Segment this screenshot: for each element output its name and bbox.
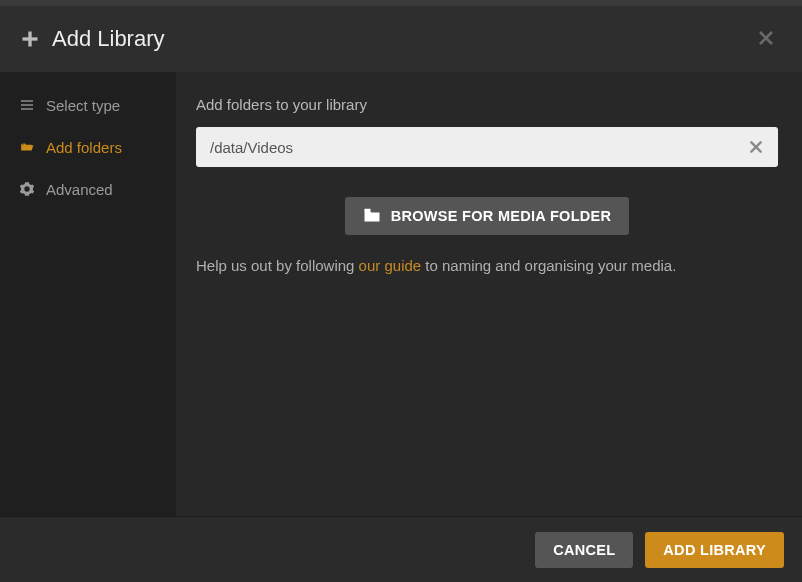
svg-rect-5	[21, 104, 33, 105]
help-text-post: to naming and organising your media.	[421, 257, 676, 274]
main-panel: Add folders to your library /data/Videos…	[176, 72, 802, 516]
gear-icon	[18, 180, 36, 198]
add-library-button[interactable]: ADD LIBRARY	[645, 532, 784, 568]
sidebar-item-add-folders[interactable]: Add folders	[0, 126, 176, 168]
modal-body: Select type Add folders Advanced Add fol…	[0, 72, 802, 516]
svg-rect-9	[364, 209, 370, 211]
browse-media-folder-button[interactable]: BROWSE FOR MEDIA FOLDER	[345, 197, 630, 235]
modal-footer: CANCEL ADD LIBRARY	[0, 516, 802, 582]
clear-path-button[interactable]	[744, 135, 768, 159]
list-icon	[18, 96, 36, 114]
modal-title: Add Library	[52, 26, 165, 52]
sidebar-item-advanced[interactable]: Advanced	[0, 168, 176, 210]
svg-rect-1	[23, 37, 38, 40]
browse-button-label: BROWSE FOR MEDIA FOLDER	[391, 208, 612, 224]
help-text: Help us out by following our guide to na…	[196, 257, 778, 274]
help-text-pre: Help us out by following	[196, 257, 359, 274]
close-button[interactable]	[752, 24, 780, 52]
folder-icon	[363, 208, 381, 224]
folder-open-icon	[18, 138, 36, 156]
folder-path-value: /data/Videos	[210, 139, 744, 156]
folder-path-row: /data/Videos	[196, 127, 778, 167]
browse-wrap: BROWSE FOR MEDIA FOLDER	[196, 197, 778, 235]
section-label: Add folders to your library	[196, 96, 778, 113]
add-library-modal: Add Library Select type Add folders	[0, 0, 802, 582]
help-guide-link[interactable]: our guide	[359, 257, 422, 274]
plus-icon	[20, 29, 40, 49]
sidebar-item-label: Advanced	[46, 181, 113, 198]
svg-rect-6	[21, 108, 33, 109]
svg-rect-4	[21, 100, 33, 101]
sidebar: Select type Add folders Advanced	[0, 72, 176, 516]
sidebar-item-label: Add folders	[46, 139, 122, 156]
sidebar-item-label: Select type	[46, 97, 120, 114]
sidebar-item-select-type[interactable]: Select type	[0, 84, 176, 126]
modal-header: Add Library	[0, 6, 802, 72]
cancel-button[interactable]: CANCEL	[535, 532, 633, 568]
